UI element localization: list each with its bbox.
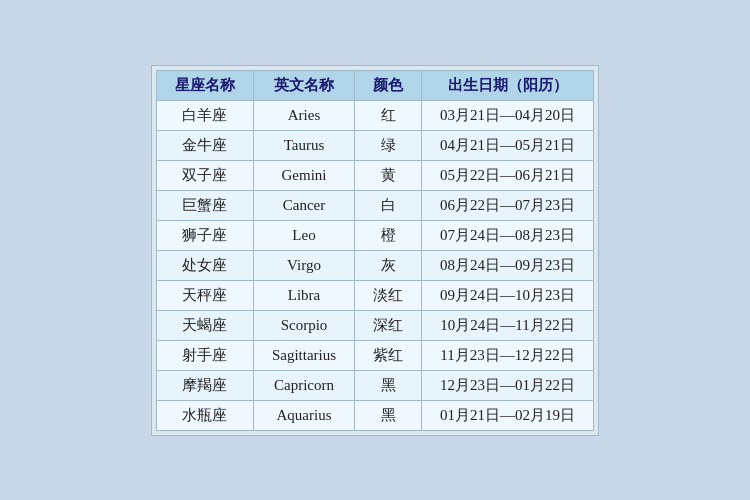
cell-color: 深红 <box>355 310 422 340</box>
cell-english-name: Virgo <box>253 250 354 280</box>
zodiac-table-container: 星座名称 英文名称 颜色 出生日期（阳历） 白羊座Aries红03月21日—04… <box>151 65 599 436</box>
table-row: 天蝎座Scorpio深红10月24日—11月22日 <box>156 310 593 340</box>
cell-chinese-name: 天秤座 <box>156 280 253 310</box>
cell-english-name: Taurus <box>253 130 354 160</box>
cell-color: 红 <box>355 100 422 130</box>
cell-chinese-name: 处女座 <box>156 250 253 280</box>
table-row: 双子座Gemini黄05月22日—06月21日 <box>156 160 593 190</box>
cell-dates: 10月24日—11月22日 <box>422 310 594 340</box>
cell-color: 淡红 <box>355 280 422 310</box>
cell-english-name: Libra <box>253 280 354 310</box>
table-row: 巨蟹座Cancer白06月22日—07月23日 <box>156 190 593 220</box>
cell-english-name: Aquarius <box>253 400 354 430</box>
cell-chinese-name: 巨蟹座 <box>156 190 253 220</box>
header-color: 颜色 <box>355 70 422 100</box>
cell-color: 黑 <box>355 400 422 430</box>
cell-color: 白 <box>355 190 422 220</box>
cell-chinese-name: 狮子座 <box>156 220 253 250</box>
cell-english-name: Leo <box>253 220 354 250</box>
cell-english-name: Cancer <box>253 190 354 220</box>
cell-chinese-name: 射手座 <box>156 340 253 370</box>
table-row: 天秤座Libra淡红09月24日—10月23日 <box>156 280 593 310</box>
cell-english-name: Aries <box>253 100 354 130</box>
header-dates: 出生日期（阳历） <box>422 70 594 100</box>
table-row: 金牛座Taurus绿04月21日—05月21日 <box>156 130 593 160</box>
cell-dates: 04月21日—05月21日 <box>422 130 594 160</box>
cell-color: 黄 <box>355 160 422 190</box>
cell-chinese-name: 水瓶座 <box>156 400 253 430</box>
cell-chinese-name: 双子座 <box>156 160 253 190</box>
cell-dates: 11月23日—12月22日 <box>422 340 594 370</box>
cell-chinese-name: 金牛座 <box>156 130 253 160</box>
table-row: 处女座Virgo灰08月24日—09月23日 <box>156 250 593 280</box>
cell-dates: 07月24日—08月23日 <box>422 220 594 250</box>
header-english-name: 英文名称 <box>253 70 354 100</box>
table-row: 白羊座Aries红03月21日—04月20日 <box>156 100 593 130</box>
cell-color: 灰 <box>355 250 422 280</box>
cell-dates: 05月22日—06月21日 <box>422 160 594 190</box>
cell-color: 橙 <box>355 220 422 250</box>
cell-dates: 09月24日—10月23日 <box>422 280 594 310</box>
cell-color: 绿 <box>355 130 422 160</box>
cell-dates: 06月22日—07月23日 <box>422 190 594 220</box>
cell-chinese-name: 白羊座 <box>156 100 253 130</box>
cell-english-name: Gemini <box>253 160 354 190</box>
table-row: 狮子座Leo橙07月24日—08月23日 <box>156 220 593 250</box>
cell-dates: 12月23日—01月22日 <box>422 370 594 400</box>
cell-color: 紫红 <box>355 340 422 370</box>
table-header-row: 星座名称 英文名称 颜色 出生日期（阳历） <box>156 70 593 100</box>
cell-english-name: Scorpio <box>253 310 354 340</box>
cell-dates: 03月21日—04月20日 <box>422 100 594 130</box>
cell-english-name: Sagittarius <box>253 340 354 370</box>
table-row: 摩羯座Capricorn黑12月23日—01月22日 <box>156 370 593 400</box>
zodiac-table: 星座名称 英文名称 颜色 出生日期（阳历） 白羊座Aries红03月21日—04… <box>156 70 594 431</box>
table-row: 射手座Sagittarius紫红11月23日—12月22日 <box>156 340 593 370</box>
cell-dates: 08月24日—09月23日 <box>422 250 594 280</box>
header-chinese-name: 星座名称 <box>156 70 253 100</box>
table-row: 水瓶座Aquarius黑01月21日—02月19日 <box>156 400 593 430</box>
cell-color: 黑 <box>355 370 422 400</box>
cell-english-name: Capricorn <box>253 370 354 400</box>
cell-chinese-name: 天蝎座 <box>156 310 253 340</box>
cell-chinese-name: 摩羯座 <box>156 370 253 400</box>
table-body: 白羊座Aries红03月21日—04月20日金牛座Taurus绿04月21日—0… <box>156 100 593 430</box>
cell-dates: 01月21日—02月19日 <box>422 400 594 430</box>
